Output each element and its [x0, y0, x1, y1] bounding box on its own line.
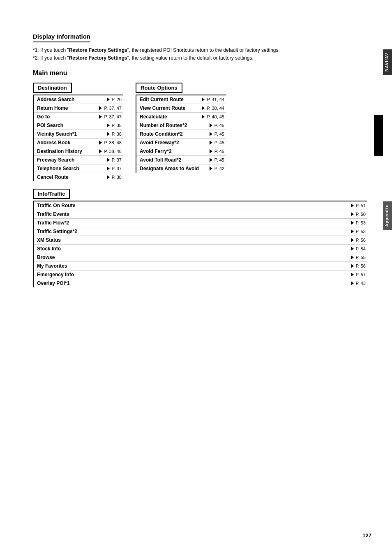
- item-label: Avoid Ferry*2: [136, 148, 210, 154]
- appendix-tab: Appendix: [383, 201, 392, 230]
- info-traffic-section: Info/Traffic Traffic On RouteP. 51Traffi…: [33, 189, 367, 287]
- arrow-icon: [210, 166, 212, 171]
- arrow-icon: [107, 97, 110, 102]
- route-options-items: Edit Current RouteP. 41, 44View Current …: [136, 95, 226, 173]
- info-traffic-items: Traffic On RouteP. 51Traffic EventsP. 50…: [33, 201, 367, 287]
- arrow-icon: [351, 204, 354, 208]
- list-item: Destination HistoryP. 38, 48: [34, 147, 123, 155]
- item-label: Vicinity Search*1: [34, 131, 107, 137]
- item-page: P. 56: [351, 238, 367, 243]
- arrow-icon: [202, 97, 205, 102]
- item-page: P. 56: [351, 264, 367, 268]
- arrow-icon: [210, 158, 212, 162]
- arrow-icon: [99, 106, 102, 110]
- list-item: POI SearchP. 35: [34, 121, 123, 130]
- item-label: Traffic On Route: [34, 203, 351, 208]
- item-page: P. 35: [107, 123, 123, 128]
- list-item: Return HomeP. 37, 47: [34, 104, 123, 112]
- note-1: *1: If you touch "Restore Factory Settin…: [33, 46, 367, 54]
- note-2: *2: If you touch "Restore Factory Settin…: [33, 54, 367, 62]
- list-item: Traffic EventsP. 50: [34, 210, 367, 218]
- arrow-icon: [351, 212, 354, 216]
- item-page: P. 36: [107, 132, 123, 136]
- page-number: 127: [362, 532, 371, 539]
- arrow-icon: [351, 255, 354, 259]
- item-label: Traffic Flow*2: [34, 220, 351, 226]
- list-item: BrowseP. 55: [34, 253, 367, 261]
- item-page: P. 38, 48: [99, 149, 123, 154]
- item-page: P. 42: [210, 166, 226, 171]
- arrow-icon: [107, 132, 110, 136]
- route-options-menu: Route Options Edit Current RouteP. 41, 4…: [136, 83, 226, 173]
- arrow-icon: [351, 221, 354, 225]
- list-item: Designate Areas to AvoidP. 42: [136, 164, 226, 173]
- item-page: P. 43: [351, 281, 367, 286]
- item-page: P. 37: [107, 166, 123, 171]
- item-page: P. 45: [210, 149, 226, 154]
- section-title: Display Information: [33, 33, 90, 42]
- item-page: P. 45: [210, 140, 226, 145]
- destination-items: Address SearchP. 20Return HomeP. 37, 47G…: [33, 95, 123, 181]
- item-page: P. 51: [351, 203, 367, 208]
- navi-av-tab: NAVI/AV: [383, 49, 392, 75]
- list-item: Traffic Settings*2P. 53: [34, 227, 367, 236]
- item-label: Traffic Settings*2: [34, 229, 351, 234]
- destination-label: Destination: [33, 83, 72, 93]
- list-item: RecalculateP. 40, 45: [136, 112, 226, 121]
- arrow-icon: [210, 123, 212, 127]
- page-container: NAVI/AV Appendix Display Information *1:…: [0, 0, 392, 555]
- arrow-icon: [99, 149, 102, 153]
- list-item: Cancel RouteP. 38: [34, 173, 123, 181]
- arrow-icon: [107, 175, 110, 179]
- arrow-icon: [202, 115, 205, 119]
- arrow-icon: [351, 238, 354, 242]
- item-page: P. 20: [107, 97, 123, 102]
- list-item: Vicinity Search*1P. 36: [34, 130, 123, 138]
- list-item: View Current RouteP. 38, 44: [136, 104, 226, 112]
- list-item: Avoid Freeway*2P. 45: [136, 138, 226, 147]
- item-label: Overlay POI*1: [34, 280, 351, 286]
- arrow-icon: [99, 115, 102, 119]
- menus-row-top: Destination Address SearchP. 20Return Ho…: [33, 83, 367, 181]
- item-page: P. 53: [351, 229, 367, 234]
- item-label: Traffic Events: [34, 211, 351, 217]
- list-item: My FavoritesP. 56: [34, 261, 367, 270]
- arrow-icon: [351, 247, 354, 251]
- list-item: Number of Routes*2P. 45: [136, 121, 226, 130]
- list-item: Overlay POI*1P. 43: [34, 279, 367, 287]
- item-label: Go to: [34, 114, 99, 120]
- item-page: P. 55: [351, 255, 367, 260]
- list-item: Freeway SearchP. 37: [34, 155, 123, 164]
- item-label: Avoid Freeway*2: [136, 140, 210, 146]
- destination-menu: Destination Address SearchP. 20Return Ho…: [33, 83, 123, 181]
- list-item: Go toP. 37, 47: [34, 112, 123, 121]
- item-label: POI Search: [34, 123, 107, 128]
- item-page: P. 41, 44: [202, 97, 226, 102]
- list-item: Traffic Flow*2P. 53: [34, 218, 367, 227]
- item-label: Freeway Search: [34, 157, 107, 163]
- item-label: Emergency Info: [34, 272, 351, 278]
- list-item: Telephone SearchP. 37: [34, 164, 123, 173]
- arrow-icon: [210, 132, 212, 136]
- item-label: Address Book: [34, 140, 99, 146]
- item-page: P. 37, 47: [99, 106, 123, 111]
- list-item: Edit Current RouteP. 41, 44: [136, 95, 226, 104]
- item-page: P. 38, 44: [202, 106, 226, 111]
- item-label: Stock Info: [34, 246, 351, 252]
- arrow-icon: [210, 149, 212, 153]
- item-label: XM Status: [34, 237, 351, 243]
- item-page: P. 38: [107, 175, 123, 180]
- list-item: XM StatusP. 56: [34, 236, 367, 244]
- main-menu-heading: Main menu: [33, 69, 367, 77]
- arrow-icon: [210, 141, 212, 145]
- arrow-icon: [351, 264, 354, 268]
- item-label: Avoid Toll Road*2: [136, 157, 210, 163]
- list-item: Emergency InfoP. 57: [34, 270, 367, 279]
- item-page: P. 57: [351, 272, 367, 277]
- item-page: P. 45: [210, 157, 226, 162]
- arrow-icon: [351, 273, 354, 277]
- item-page: P. 37, 47: [99, 114, 123, 119]
- item-label: Destination History: [34, 148, 99, 154]
- info-traffic-menu: Info/Traffic Traffic On RouteP. 51Traffi…: [33, 189, 367, 287]
- item-page: P. 50: [351, 212, 367, 217]
